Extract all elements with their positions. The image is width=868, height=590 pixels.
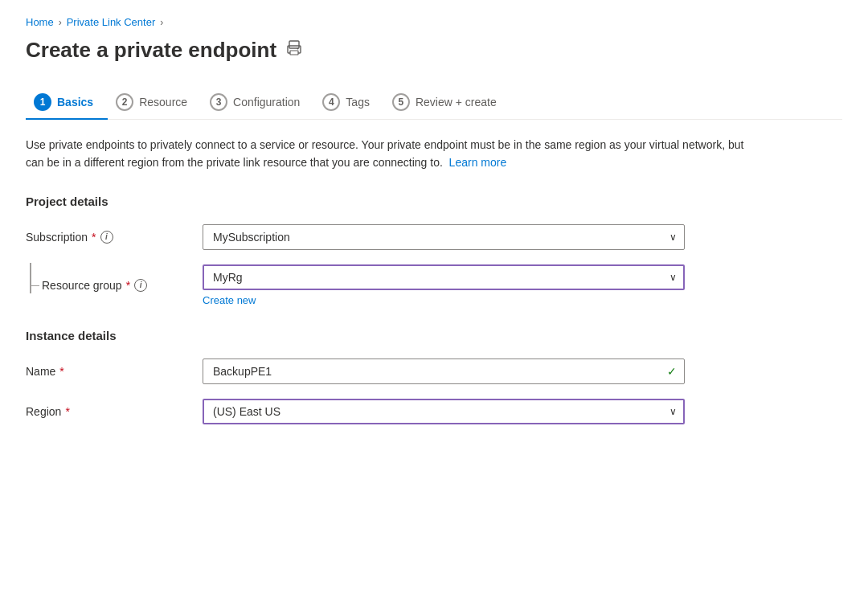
print-icon[interactable] (286, 40, 302, 60)
tab-basics[interactable]: 1 Basics (26, 85, 108, 119)
description-text: Use private endpoints to privately conne… (26, 136, 749, 172)
tabs-container: 1 Basics 2 Resource 3 Configuration 4 Ta… (26, 85, 842, 120)
create-new-link[interactable]: Create new (203, 294, 685, 306)
breadcrumb-sep-1: › (59, 17, 62, 28)
name-input-wrapper: ✓ (203, 359, 685, 384)
breadcrumb: Home › Private Link Center › (26, 16, 842, 28)
resource-group-control: MyRg ∨ (203, 264, 685, 290)
resource-group-select-wrapper: MyRg ∨ (203, 264, 685, 290)
instance-details-title: Instance details (26, 329, 842, 342)
subscription-required: * (92, 231, 96, 244)
tab-tags-label: Tags (346, 96, 370, 109)
region-control: (US) East US ∨ (203, 399, 685, 424)
svg-point-3 (297, 48, 299, 50)
resource-group-info-icon[interactable]: i (134, 279, 147, 292)
subscription-select[interactable]: MySubscription (203, 224, 685, 250)
page-title: Create a private endpoint (26, 38, 276, 63)
svg-rect-0 (289, 41, 299, 48)
breadcrumb-sep-2: › (160, 17, 163, 28)
learn-more-link[interactable]: Learn more (449, 156, 507, 169)
tab-resource-number: 2 (116, 93, 133, 111)
name-valid-icon: ✓ (667, 365, 677, 378)
name-label: Name * (26, 365, 203, 378)
region-select[interactable]: (US) East US (203, 399, 685, 424)
tab-resource-label: Resource (139, 96, 187, 109)
tab-configuration[interactable]: 3 Configuration (202, 85, 314, 119)
project-details-form: Subscription * i MySubscription ∨ Resour… (26, 224, 685, 306)
region-label: Region * (26, 405, 203, 418)
resource-group-select[interactable]: MyRg (203, 264, 685, 290)
subscription-info-icon[interactable]: i (100, 231, 113, 244)
tab-resource[interactable]: 2 Resource (108, 85, 202, 119)
region-required: * (65, 405, 69, 418)
project-details-section: Project details Subscription * i MySubsc… (26, 195, 842, 306)
name-input[interactable] (203, 359, 685, 384)
subscription-label: Subscription * i (26, 231, 203, 244)
resource-group-col: MyRg ∨ Create new (203, 264, 685, 306)
svg-rect-2 (290, 51, 298, 55)
resource-group-label: Resource group * i (26, 279, 203, 292)
tab-review-create[interactable]: 5 Review + create (384, 85, 511, 119)
name-required: * (59, 365, 63, 378)
breadcrumb-home[interactable]: Home (26, 16, 54, 28)
page-title-row: Create a private endpoint (26, 38, 842, 63)
breadcrumb-private-link-center[interactable]: Private Link Center (67, 16, 156, 28)
tab-review-create-label: Review + create (416, 96, 497, 109)
instance-details-section: Instance details Name * ✓ Region * (US) … (26, 329, 842, 424)
instance-details-form: Name * ✓ Region * (US) East US ∨ (26, 359, 685, 424)
tab-configuration-label: Configuration (233, 96, 300, 109)
subscription-select-wrapper: MySubscription ∨ (203, 224, 685, 250)
tab-tags[interactable]: 4 Tags (314, 85, 384, 119)
name-control: ✓ (203, 359, 685, 384)
project-details-title: Project details (26, 195, 842, 208)
tab-basics-label: Basics (57, 96, 93, 109)
subscription-control: MySubscription ∨ (203, 224, 685, 250)
region-select-wrapper: (US) East US ∨ (203, 399, 685, 424)
resource-group-required: * (126, 279, 130, 292)
tab-tags-number: 4 (322, 93, 340, 111)
tab-basics-number: 1 (34, 93, 51, 111)
tab-review-create-number: 5 (392, 93, 410, 111)
tab-configuration-number: 3 (210, 93, 227, 111)
